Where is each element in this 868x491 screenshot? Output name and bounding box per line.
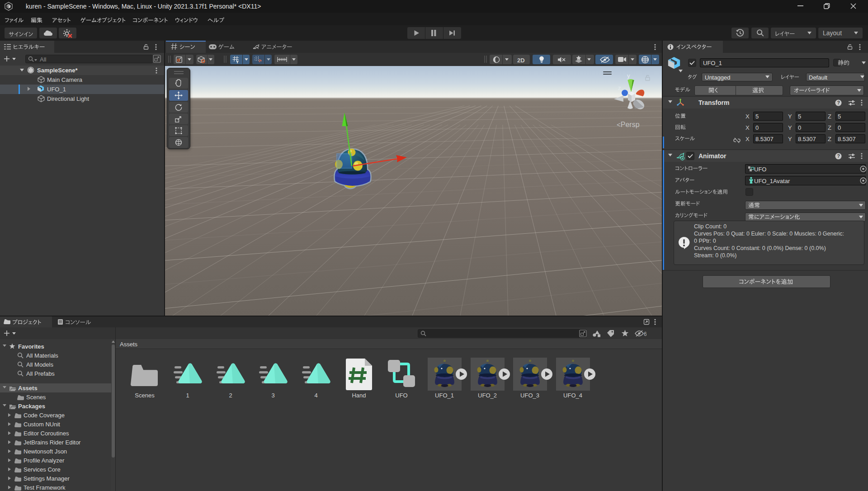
svg-text:?: ?: [837, 100, 840, 105]
svg-text:z: z: [618, 85, 621, 91]
svg-text:?: ?: [837, 153, 840, 159]
svg-text:6: 6: [644, 331, 646, 337]
svg-text:x: x: [646, 91, 649, 98]
svg-text:y: y: [627, 72, 630, 79]
svg-text:Y: Y: [236, 60, 239, 64]
